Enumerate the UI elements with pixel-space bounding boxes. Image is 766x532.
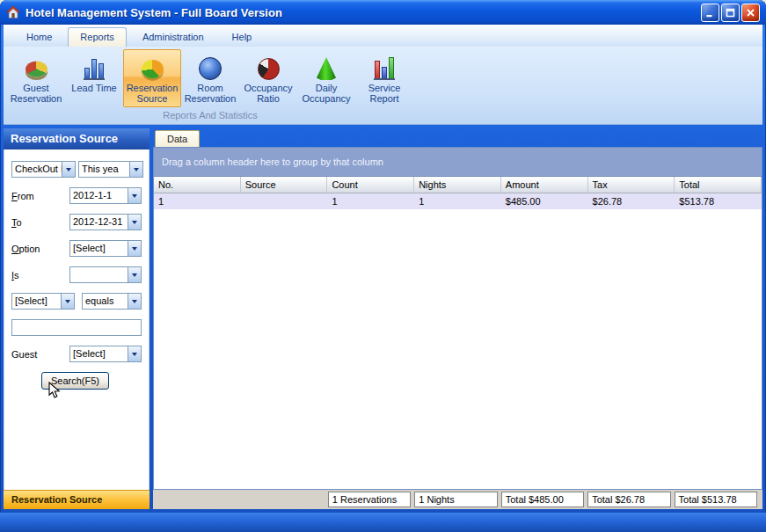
sidebar-panel: Reservation Source CheckOut D This yea F…	[4, 128, 150, 509]
filter-text-input[interactable]	[11, 319, 142, 336]
column-header-count[interactable]: Count	[327, 177, 414, 193]
app-house-icon	[6, 5, 20, 19]
pie-chart-dark-icon	[258, 54, 280, 80]
ribbon-item-label: Room Reservation	[184, 83, 237, 104]
operator-select[interactable]: equals	[82, 293, 142, 310]
chevron-down-icon	[128, 215, 141, 230]
data-grid: Drag a column header here to group by th…	[153, 147, 762, 490]
window-title: Hotel Management System - Full Board Ver…	[26, 6, 696, 19]
ribbon-item-daily-occupancy[interactable]: Daily Occupancy	[297, 49, 355, 107]
title-bar: Hotel Management System - Full Board Ver…	[0, 0, 766, 25]
date-range-value: This yea	[79, 162, 129, 177]
to-date-value: 2012-12-31	[70, 215, 128, 230]
tab-strip: Data	[153, 128, 762, 147]
column-header-nights[interactable]: Nights	[414, 177, 501, 193]
option-label: Option	[11, 244, 69, 254]
ribbon: Guest Reservation Lead Time Reservation …	[4, 47, 762, 125]
date-field-select[interactable]: CheckOut D	[11, 161, 76, 178]
cell-amount: $485.00	[501, 193, 588, 209]
chevron-down-icon	[128, 346, 141, 361]
window-controls	[701, 4, 760, 22]
from-label: From	[11, 191, 69, 201]
search-button[interactable]: Search(F5)	[41, 372, 109, 390]
close-button[interactable]	[741, 4, 760, 22]
tab-data[interactable]: Data	[155, 130, 200, 147]
grid-header: No. Source Count Nights Amount Tax Total	[154, 177, 762, 193]
cell-count: 1	[327, 193, 414, 209]
main-panel: Data Drag a column header here to group …	[153, 128, 762, 509]
field-value: [Select]	[12, 294, 61, 309]
field-select[interactable]: [Select]	[11, 293, 75, 310]
option-value: [Select]	[70, 241, 128, 256]
ribbon-item-label: Occupancy Ratio	[242, 83, 295, 104]
chevron-down-icon	[62, 162, 75, 177]
from-date-value: 2012-1-1	[70, 188, 128, 203]
tab-reports[interactable]: Reports	[68, 27, 127, 47]
maximize-button[interactable]	[721, 4, 740, 22]
cell-source	[241, 193, 328, 209]
column-header-amount[interactable]: Amount	[501, 177, 588, 193]
summary-reservations: 1 Reservations	[328, 492, 411, 507]
to-date-select[interactable]: 2012-12-31	[69, 214, 142, 230]
guest-select[interactable]: [Select]	[69, 346, 142, 362]
grid-empty-area	[154, 209, 762, 489]
cell-nights: 1	[414, 193, 501, 209]
column-header-tax[interactable]: Tax	[588, 177, 675, 193]
summary-bar: 1 Reservations 1 Nights Total $485.00 To…	[153, 490, 762, 509]
guest-label: Guest	[11, 349, 69, 360]
sphere-chart-icon	[199, 54, 222, 80]
option-select[interactable]: [Select]	[69, 240, 142, 257]
cell-tax: $26.78	[588, 193, 675, 209]
ribbon-item-occupancy-ratio[interactable]: Occupancy Ratio	[239, 49, 297, 107]
column-header-total[interactable]: Total	[675, 177, 762, 193]
status-bar	[0, 513, 766, 532]
sidebar-title: Reservation Source	[4, 128, 150, 149]
summary-grand-total: Total $513.78	[675, 492, 757, 507]
bar-chart-icon	[84, 54, 105, 80]
is-select[interactable]	[69, 266, 142, 283]
column-header-source[interactable]: Source	[241, 177, 328, 193]
to-label: To	[11, 217, 69, 228]
ribbon-item-label: Guest Reservation	[10, 83, 62, 104]
ribbon-item-label: Service Report	[358, 83, 411, 104]
cone-chart-icon	[317, 54, 336, 80]
group-by-bar[interactable]: Drag a column header here to group by th…	[154, 148, 762, 177]
ribbon-item-room-reservation[interactable]: Room Reservation	[181, 49, 239, 107]
menu-bar: Home Reports Administration Help	[4, 25, 762, 47]
chevron-down-icon	[61, 294, 74, 309]
column-header-no[interactable]: No.	[154, 177, 241, 193]
ribbon-item-lead-time[interactable]: Lead Time	[65, 49, 123, 107]
pie-chart-icon	[142, 54, 164, 80]
tab-help[interactable]: Help	[220, 27, 265, 47]
summary-nights: 1 Nights	[414, 492, 497, 507]
from-date-select[interactable]: 2012-1-1	[69, 187, 142, 204]
chevron-down-icon	[128, 294, 141, 309]
is-label: Is	[11, 270, 69, 281]
ribbon-item-label: Daily Occupancy	[300, 83, 353, 104]
ribbon-group-label: Reports And Statistics	[7, 107, 413, 124]
ribbon-item-reservation-source[interactable]: Reservation Source	[123, 49, 181, 107]
chevron-down-icon	[128, 241, 141, 256]
chevron-down-icon	[128, 188, 141, 203]
table-row[interactable]: 1 1 1 $485.00 $26.78 $513.78	[154, 193, 762, 209]
app-window: Hotel Management System - Full Board Ver…	[0, 0, 766, 532]
chevron-down-icon	[128, 267, 141, 282]
pie-chart-3d-icon	[26, 54, 47, 80]
date-field-value: CheckOut D	[12, 162, 62, 177]
bar-chart-multi-icon	[374, 54, 395, 80]
filter-form: CheckOut D This yea From 2012-1-1	[4, 149, 150, 490]
tab-administration[interactable]: Administration	[130, 27, 216, 47]
operator-value: equals	[83, 294, 128, 309]
ribbon-item-service-report[interactable]: Service Report	[355, 49, 413, 107]
is-value	[70, 267, 128, 282]
tab-home[interactable]: Home	[14, 27, 64, 47]
chevron-down-icon	[129, 162, 142, 177]
summary-tax-total: Total $26.78	[587, 492, 670, 507]
ribbon-item-guest-reservation[interactable]: Guest Reservation	[7, 49, 65, 107]
search-row: Search(F5)	[11, 372, 142, 390]
date-range-select[interactable]: This yea	[78, 161, 143, 178]
ribbon-item-label: Reservation Source	[126, 83, 179, 104]
minimize-button[interactable]	[701, 4, 719, 22]
ribbon-item-label: Lead Time	[71, 83, 116, 93]
sidebar-footer[interactable]: Reservation Source	[4, 490, 150, 509]
